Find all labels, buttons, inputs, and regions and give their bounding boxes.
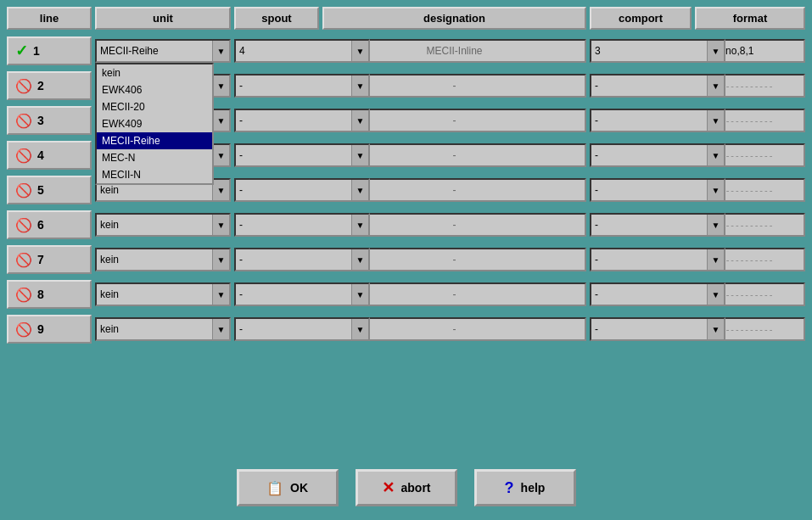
row-comport-5[interactable]: -▼ xyxy=(590,178,692,202)
dropdown-arrow[interactable]: ▼ xyxy=(212,145,229,165)
header-line[interactable]: line xyxy=(7,7,92,30)
spout-dropdown-arrow[interactable]: ▼ xyxy=(351,110,368,131)
row-spout-8[interactable]: -▼ xyxy=(234,282,319,306)
spout-select-wrapper[interactable]: 4▼ xyxy=(234,39,370,63)
row-spout-7[interactable]: -▼ xyxy=(234,248,319,271)
row-comport-3[interactable]: -▼ xyxy=(590,109,692,132)
comport-dropdown-arrow[interactable]: ▼ xyxy=(707,249,724,270)
help-label: help xyxy=(521,481,546,495)
row-spout-6[interactable]: -▼ xyxy=(234,213,319,237)
dropdown-arrow[interactable]: ▼ xyxy=(212,110,229,131)
spout-dropdown-arrow[interactable]: ▼ xyxy=(351,41,368,61)
row-unit-1[interactable]: MECII-Reihe▼keinEWK406MECII-20EWK409MECI… xyxy=(95,39,231,63)
comport-select-wrapper[interactable]: -▼ xyxy=(590,178,725,202)
comport-dropdown-arrow[interactable]: ▼ xyxy=(707,41,724,61)
comport-dropdown-arrow[interactable]: ▼ xyxy=(707,284,724,305)
comport-dropdown-arrow[interactable]: ▼ xyxy=(707,75,724,96)
ok-button[interactable]: 📋 OK xyxy=(237,469,339,506)
row-unit-7[interactable]: kein▼ xyxy=(95,248,231,271)
comport-text: - xyxy=(591,288,707,300)
line-number: 6 xyxy=(37,218,44,232)
help-button[interactable]: ? help xyxy=(474,469,576,506)
row-spout-3[interactable]: -▼ xyxy=(234,109,319,132)
comport-dropdown-arrow[interactable]: ▼ xyxy=(707,145,724,165)
row-spout-9[interactable]: -▼ xyxy=(234,317,319,341)
spout-dropdown-arrow[interactable]: ▼ xyxy=(351,215,368,235)
comport-dropdown-arrow[interactable]: ▼ xyxy=(707,180,724,200)
dropdown-item[interactable]: EWK409 xyxy=(97,115,212,132)
unit-select-wrapper[interactable]: kein▼ xyxy=(95,282,231,306)
comport-select-wrapper[interactable]: 3▼ xyxy=(590,39,725,63)
header-format[interactable]: format xyxy=(695,7,805,30)
row-comport-4[interactable]: -▼ xyxy=(590,143,692,167)
spout-select-wrapper[interactable]: -▼ xyxy=(234,248,370,271)
abort-button[interactable]: ✕ abort xyxy=(356,469,457,506)
spout-select-wrapper[interactable]: -▼ xyxy=(234,282,370,306)
row-comport-9[interactable]: -▼ xyxy=(590,317,692,341)
comport-select-wrapper[interactable]: -▼ xyxy=(590,109,725,132)
spout-dropdown-arrow[interactable]: ▼ xyxy=(351,249,368,270)
row-comport-8[interactable]: -▼ xyxy=(590,282,692,306)
header-comport[interactable]: comport xyxy=(590,7,692,30)
comport-select-wrapper[interactable]: -▼ xyxy=(590,282,725,306)
line-number: 4 xyxy=(37,148,44,162)
spout-text: - xyxy=(236,219,351,231)
dropdown-item[interactable]: kein xyxy=(97,64,212,81)
spout-dropdown-arrow[interactable]: ▼ xyxy=(351,319,368,339)
row-unit-6[interactable]: kein▼ xyxy=(95,213,231,237)
table-row: 🚫7kein▼-▼--▼---------- xyxy=(7,243,805,276)
row-spout-2[interactable]: -▼ xyxy=(234,74,319,98)
dropdown-item[interactable]: MECII-N xyxy=(97,166,212,183)
unit-select-wrapper[interactable]: kein▼ xyxy=(95,213,231,237)
spout-dropdown-arrow[interactable]: ▼ xyxy=(351,284,368,305)
spout-dropdown-arrow[interactable]: ▼ xyxy=(351,180,368,200)
row-comport-6[interactable]: -▼ xyxy=(590,213,692,237)
spout-dropdown-arrow[interactable]: ▼ xyxy=(351,75,368,96)
dropdown-arrow[interactable]: ▼ xyxy=(212,41,229,61)
header-unit[interactable]: unit xyxy=(95,7,231,30)
comport-select-wrapper[interactable]: -▼ xyxy=(590,143,725,167)
row-spout-1[interactable]: 4▼ xyxy=(234,39,319,63)
dropdown-arrow[interactable]: ▼ xyxy=(212,180,229,200)
row-comport-2[interactable]: -▼ xyxy=(590,74,692,98)
no-icon: 🚫 xyxy=(15,78,32,94)
dropdown-arrow[interactable]: ▼ xyxy=(212,215,229,235)
comport-select-wrapper[interactable]: -▼ xyxy=(590,213,725,237)
comport-select-wrapper[interactable]: -▼ xyxy=(590,248,725,271)
comport-select-wrapper[interactable]: -▼ xyxy=(590,74,725,98)
spout-select-wrapper[interactable]: -▼ xyxy=(234,178,370,202)
header-designation[interactable]: designation xyxy=(322,7,586,30)
dropdown-item[interactable]: EWK406 xyxy=(97,81,212,98)
spout-select-wrapper[interactable]: -▼ xyxy=(234,143,370,167)
unit-select-wrapper[interactable]: kein▼ xyxy=(95,248,231,271)
header-row: line unit spout designation comport form… xyxy=(7,7,805,30)
comport-dropdown-arrow[interactable]: ▼ xyxy=(707,110,724,131)
spout-select-wrapper[interactable]: -▼ xyxy=(234,109,370,132)
comport-dropdown-arrow[interactable]: ▼ xyxy=(707,215,724,235)
row-line-5: 🚫5 xyxy=(7,176,92,204)
dropdown-arrow[interactable]: ▼ xyxy=(212,319,229,339)
unit-text: kein xyxy=(97,254,212,266)
unit-select-wrapper[interactable]: kein▼ xyxy=(95,317,231,341)
dropdown-arrow[interactable]: ▼ xyxy=(212,249,229,270)
dropdown-arrow[interactable]: ▼ xyxy=(212,75,229,96)
row-spout-4[interactable]: -▼ xyxy=(234,143,319,167)
dropdown-item[interactable]: MECII-Reihe xyxy=(97,132,212,149)
row-comport-1[interactable]: 3▼ xyxy=(590,39,692,63)
comport-dropdown-arrow[interactable]: ▼ xyxy=(707,319,724,339)
unit-text: kein xyxy=(97,219,212,231)
spout-dropdown-arrow[interactable]: ▼ xyxy=(351,145,368,165)
row-comport-7[interactable]: -▼ xyxy=(590,248,692,271)
spout-select-wrapper[interactable]: -▼ xyxy=(234,213,370,237)
dropdown-item[interactable]: MEC-N xyxy=(97,149,212,166)
comport-select-wrapper[interactable]: -▼ xyxy=(590,317,725,341)
row-unit-8[interactable]: kein▼ xyxy=(95,282,231,306)
dropdown-arrow[interactable]: ▼ xyxy=(212,284,229,305)
row-unit-9[interactable]: kein▼ xyxy=(95,317,231,341)
unit-select-wrapper[interactable]: MECII-Reihe▼ xyxy=(95,39,231,63)
spout-select-wrapper[interactable]: -▼ xyxy=(234,317,370,341)
row-spout-5[interactable]: -▼ xyxy=(234,178,319,202)
spout-select-wrapper[interactable]: -▼ xyxy=(234,74,370,98)
header-spout[interactable]: spout xyxy=(234,7,319,30)
dropdown-item[interactable]: MECII-20 xyxy=(97,98,212,115)
